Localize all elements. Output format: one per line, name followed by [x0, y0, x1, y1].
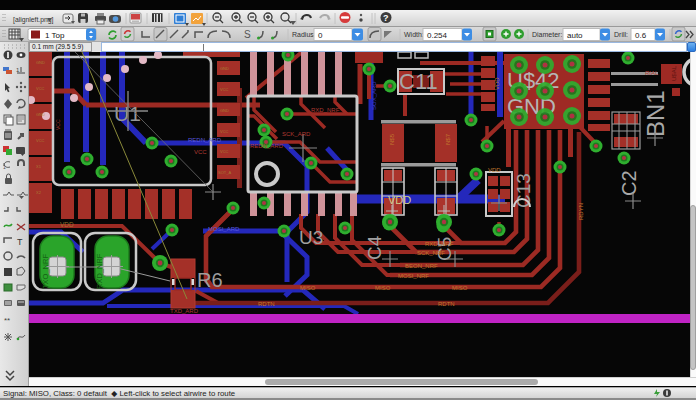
svg-text:X2: X2: [36, 190, 42, 195]
svg-text:VDD: VDD: [60, 221, 74, 228]
svg-text:T: T: [17, 237, 23, 247]
svg-text:RIAL: RIAL: [645, 70, 659, 76]
svg-text:SCK_ARD: SCK_ARD: [282, 131, 311, 137]
svg-text:MOSI_ARD: MOSI_ARD: [208, 226, 240, 232]
svg-text:N$7: N$7: [445, 133, 451, 145]
svg-text:U3: U3: [299, 227, 323, 248]
svg-text:GND: GND: [220, 108, 229, 113]
svg-text:N$5: N$5: [389, 133, 395, 145]
svg-text:Width:: Width:: [404, 31, 424, 38]
svg-text:RDYN: RDYN: [578, 203, 584, 220]
svg-text:0.6: 0.6: [635, 31, 647, 40]
svg-text:VCC: VCC: [194, 149, 207, 155]
svg-text:RXD_NRF: RXD_NRF: [311, 107, 340, 113]
svg-text:0: 0: [318, 31, 323, 40]
svg-text:[alignleft.png]: [alignleft.png]: [13, 16, 54, 24]
svg-text:MOSI_NRF: MOSI_NRF: [398, 273, 429, 279]
svg-text:C2: C2: [618, 170, 640, 196]
svg-text:VCC: VCC: [220, 149, 229, 154]
svg-text:VCC: VCC: [36, 86, 45, 91]
svg-text:1 Top: 1 Top: [45, 31, 65, 40]
svg-text:1: 1: [16, 67, 20, 73]
svg-text:MISO: MISO: [375, 285, 391, 291]
svg-text:TXD_ARD: TXD_ARD: [170, 308, 199, 314]
svg-text:RDTN: RDTN: [438, 301, 455, 307]
svg-text:auto: auto: [567, 31, 583, 40]
svg-text:VDD: VDD: [488, 167, 501, 173]
svg-text:1: 1: [3, 164, 6, 170]
svg-text:VCC: VCC: [55, 119, 61, 130]
svg-text:MISO: MISO: [300, 285, 316, 291]
svg-text:SOX_ARD: SOX_ARD: [371, 81, 377, 110]
svg-text:C11: C11: [399, 69, 438, 94]
svg-text:SCK_NRF: SCK_NRF: [417, 250, 445, 256]
svg-text:SOT_A: SOT_A: [218, 170, 231, 175]
svg-text:VCC: VCC: [220, 87, 229, 92]
svg-text:RXD_NRF: RXD_NRF: [425, 241, 454, 247]
svg-text:TXO_NRF: TXO_NRF: [41, 254, 50, 289]
svg-text:VDD: VDD: [494, 77, 500, 90]
svg-text:S: S: [244, 29, 251, 40]
svg-text:BEON_NRF: BEON_NRF: [405, 263, 438, 269]
svg-text:RXD_NRF: RXD_NRF: [95, 253, 104, 289]
svg-text:VCC: VCC: [36, 138, 45, 143]
svg-text:RDTN: RDTN: [258, 301, 275, 307]
svg-text:U$AL: U$AL: [671, 65, 677, 81]
svg-text:**: **: [4, 316, 10, 325]
svg-text:VDD: VDD: [388, 194, 411, 206]
svg-text:Radius:: Radius:: [292, 31, 316, 38]
svg-text:REDN_ARD: REDN_ARD: [188, 137, 222, 143]
svg-text:REDN_ARD: REDN_ARD: [250, 143, 284, 149]
svg-text:X1: X1: [36, 164, 42, 169]
svg-text:C4: C4: [364, 235, 385, 260]
svg-text:MISO: MISO: [452, 285, 468, 291]
svg-text:GND: GND: [220, 66, 229, 71]
svg-text:?: ?: [383, 13, 389, 23]
svg-text:0.254: 0.254: [427, 31, 448, 40]
svg-text:VCC: VCC: [220, 129, 229, 134]
svg-text:Drill:: Drill:: [614, 31, 628, 38]
svg-text:R6: R6: [197, 269, 223, 291]
svg-text:Diameter:: Diameter:: [532, 31, 562, 38]
svg-text:GND: GND: [36, 112, 45, 117]
svg-text:BN1: BN1: [642, 90, 669, 137]
svg-text:GND: GND: [36, 60, 45, 65]
